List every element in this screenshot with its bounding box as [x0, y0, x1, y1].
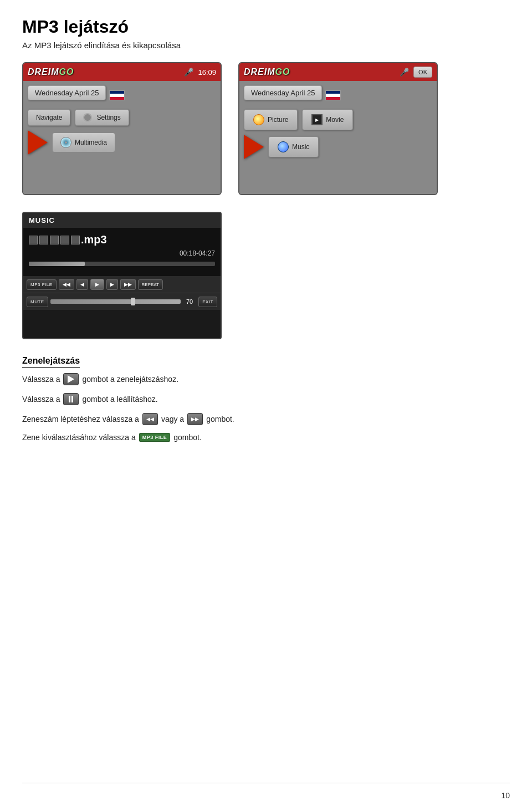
date-row-2: Wednesday April 25: [244, 85, 432, 105]
music-mute-row: MUTE 70 EXIT: [23, 293, 221, 310]
flag-icon-1: [109, 90, 125, 100]
play-row-2: Music: [244, 135, 432, 159]
rewind-button[interactable]: ◀: [76, 279, 88, 290]
instruction-pause: Válassza a gombot a leállításhoz.: [22, 393, 510, 405]
instruction-mp3file: Zene kiválasztásához válassza a MP3 FILE…: [22, 433, 510, 442]
mic-icon-2: 🎤: [400, 68, 409, 76]
device-topbar-right-1: 🎤 16:09: [184, 68, 216, 76]
navigate-button[interactable]: Navigate: [28, 109, 70, 126]
music-controls-row-1: MP3 FILE ◀◀ ◀ ▶ ▶ ▶▶ REPEAT: [23, 276, 221, 293]
device-topbar-2: DREIMGO 🎤 OK: [239, 63, 437, 81]
play-row-1: Multimedia: [28, 130, 216, 155]
device-topbar-right-2: 🎤 OK: [400, 67, 432, 78]
multimedia-button[interactable]: Multimedia: [52, 132, 115, 152]
inline-play-button: [63, 373, 79, 385]
file-blocks: [29, 236, 80, 244]
date-button-2[interactable]: Wednesday April 25: [244, 85, 322, 100]
multimedia-label: Multimedia: [75, 139, 107, 146]
device-screen-1: DREIMGO 🎤 16:09 Wednesday April 25 Navig…: [22, 62, 222, 195]
repeat-button[interactable]: REPEAT: [138, 279, 163, 290]
line2-suffix: gombot a leállításhoz.: [82, 395, 157, 404]
pause-icon: [69, 396, 73, 402]
instructions-section: Zenelejátszás Válassza a gombot a zenele…: [22, 356, 510, 442]
picture-button[interactable]: Picture: [244, 109, 298, 130]
date-button-1[interactable]: Wednesday April 25: [28, 85, 106, 100]
media-menu-row: Picture ▶ Movie: [244, 109, 432, 130]
instruction-play: Válassza a gombot a zenelejátszáshoz.: [22, 373, 510, 385]
line4-prefix: Zene kiválasztásához válassza a: [22, 433, 136, 442]
menu-row-1: Navigate Settings: [28, 109, 216, 126]
music-icon: [278, 141, 289, 152]
line1-prefix: Válassza a: [22, 375, 60, 384]
device-logo-2: DREIMGO: [244, 67, 290, 77]
volume-slider[interactable]: [50, 299, 181, 304]
music-progress-fill: [29, 262, 85, 266]
file-block-4: [60, 236, 69, 244]
device-screen-2: DREIMGO 🎤 OK Wednesday April 25 Picture …: [238, 62, 438, 195]
prev-icon: [146, 416, 154, 422]
play-triangle-1: [28, 130, 48, 155]
next-icon: [191, 416, 199, 422]
picture-icon: [253, 114, 264, 125]
line3-middle: vagy a: [161, 415, 184, 424]
date-row-1: Wednesday April 25: [28, 85, 216, 105]
mic-icon: 🎤: [184, 68, 193, 76]
device-logo-1: DREIMGO: [28, 67, 74, 77]
music-button[interactable]: Music: [268, 136, 319, 157]
play-icon: [68, 375, 74, 383]
line1-suffix: gombot a zenelejátszáshoz.: [82, 375, 178, 384]
instruction-track: Zeneszám léptetéshez válassza a vagy a g…: [22, 413, 510, 425]
settings-button[interactable]: Settings: [75, 109, 129, 126]
top-screenshots: DREIMGO 🎤 16:09 Wednesday April 25 Navig…: [22, 62, 510, 195]
flag-icon-2: [325, 90, 341, 100]
volume-value: 70: [183, 296, 196, 307]
inline-next-button: [187, 413, 203, 425]
inline-pause-button: [63, 393, 79, 405]
ok-button[interactable]: OK: [413, 67, 432, 78]
inline-prev-button: [142, 413, 158, 425]
gear-icon: [83, 113, 92, 122]
music-time: 00:18-04:27: [29, 249, 215, 257]
movie-label: Movie: [326, 116, 344, 124]
file-block-1: [29, 236, 38, 244]
file-block-2: [39, 236, 48, 244]
mute-button[interactable]: MUTE: [27, 297, 48, 307]
music-progress-bar[interactable]: [29, 262, 215, 266]
cd-icon-1: [60, 137, 71, 148]
movie-icon: ▶: [311, 114, 323, 125]
device-content-2: Wednesday April 25 Picture ▶ Movie: [239, 81, 437, 194]
line3-prefix: Zeneszám léptetéshez válassza a: [22, 415, 139, 424]
page-number: 10: [501, 791, 510, 800]
next-track-button[interactable]: ▶▶: [120, 279, 136, 290]
line2-prefix: Válassza a: [22, 395, 60, 404]
music-player-screenshot: MUSIC .mp3 00:18-04:27 MP3 FILE ◀◀ ◀ ▶ ▶…: [22, 212, 222, 339]
device-topbar-1: DREIMGO 🎤 16:09: [23, 63, 221, 81]
file-block-3: [50, 236, 59, 244]
movie-button[interactable]: ▶ Movie: [302, 109, 353, 130]
inline-mp3file-button: MP3 FILE: [139, 433, 171, 442]
page-subtitle: Az MP3 lejátszó elindítása és kikapcsolá…: [22, 40, 510, 50]
line4-suffix: gombot.: [173, 433, 202, 442]
prev-track-button[interactable]: ◀◀: [59, 279, 74, 290]
section-title: Zenelejátszás: [22, 356, 80, 368]
navigate-label: Navigate: [36, 114, 62, 121]
fast-forward-button[interactable]: ▶: [106, 279, 118, 290]
play-button[interactable]: ▶: [90, 279, 104, 290]
music-header: MUSIC: [23, 213, 221, 228]
page-title: MP3 lejátszó: [22, 17, 510, 37]
device-time: 16:09: [198, 68, 216, 76]
mp3file-button[interactable]: MP3 FILE: [27, 279, 57, 290]
picture-label: Picture: [268, 116, 288, 124]
file-block-5: [71, 236, 80, 244]
device-content-1: Wednesday April 25 Navigate Settings Mul…: [23, 81, 221, 194]
bottom-divider: [22, 783, 510, 783]
line3-suffix: gombot.: [206, 415, 234, 424]
play-triangle-2: [244, 135, 264, 159]
volume-slider-handle: [131, 298, 135, 305]
music-display: .mp3 00:18-04:27: [23, 228, 221, 276]
music-label: Music: [292, 143, 309, 151]
music-filename: .mp3: [29, 233, 215, 246]
settings-label: Settings: [96, 114, 120, 121]
exit-button[interactable]: EXIT: [198, 297, 217, 307]
